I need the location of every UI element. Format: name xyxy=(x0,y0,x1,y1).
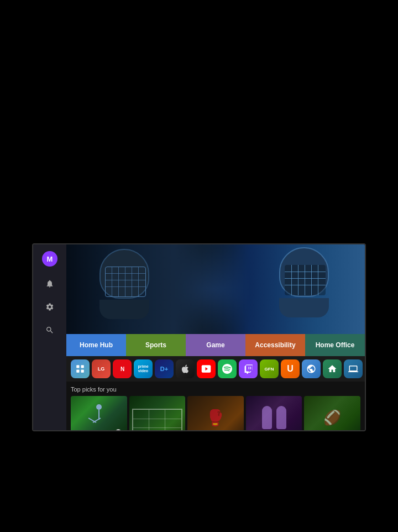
pick-item-boxing[interactable]: 🥊 xyxy=(187,396,244,431)
tab-home-hub[interactable]: Home Hub xyxy=(66,334,126,356)
tab-game[interactable]: Game xyxy=(186,334,245,356)
geforce-now-icon[interactable]: GFN xyxy=(260,359,279,378)
lg-channels-icon[interactable]: LG xyxy=(92,359,111,378)
tab-accessibility[interactable]: Accessibility xyxy=(245,334,305,356)
svg-rect-2 xyxy=(76,370,79,373)
tabs-bar: Home Hub Sports Game Accessibility Home … xyxy=(66,334,365,356)
apps-icon[interactable] xyxy=(71,359,90,378)
utube-icon[interactable]: U xyxy=(281,359,300,378)
body-background: M Home Hub Sports Game Accessib xyxy=(0,0,398,532)
picks-row: 🥊 🏈 xyxy=(71,396,360,431)
pick-item-boxing-ring[interactable] xyxy=(246,396,302,431)
svg-rect-0 xyxy=(76,365,79,368)
top-picks-label: Top picks for you xyxy=(71,386,360,393)
screen-share-icon[interactable] xyxy=(344,359,363,378)
tv-frame: M Home Hub Sports Game Accessib xyxy=(32,243,366,431)
youtube-icon[interactable] xyxy=(197,359,216,378)
svg-rect-3 xyxy=(81,370,84,373)
apple-tv-icon[interactable] xyxy=(176,359,195,378)
tab-sports[interactable]: Sports xyxy=(126,334,186,356)
prime-video-icon[interactable]: primevideo xyxy=(134,359,153,378)
sidebar: M xyxy=(33,244,66,430)
hero-image xyxy=(66,244,365,334)
search-icon[interactable] xyxy=(44,324,56,336)
smart-home-icon[interactable] xyxy=(323,359,342,378)
pick-item-football[interactable]: 🏈 xyxy=(304,396,360,431)
pick-item-soccer-kick[interactable] xyxy=(71,396,127,431)
apps-row: LG N primevideo D+ GFN xyxy=(66,356,365,382)
twitch-icon[interactable] xyxy=(239,359,258,378)
web-browser-icon[interactable] xyxy=(302,359,321,378)
avatar[interactable]: M xyxy=(42,251,57,267)
tab-home-office[interactable]: Home Office xyxy=(305,334,365,356)
settings-icon[interactable] xyxy=(44,301,56,313)
pick-item-soccer-goal[interactable] xyxy=(129,396,186,431)
netflix-icon[interactable]: N xyxy=(113,359,132,378)
bell-icon[interactable] xyxy=(44,278,56,290)
spotify-icon[interactable] xyxy=(218,359,237,378)
disney-plus-icon[interactable]: D+ xyxy=(155,359,174,378)
top-picks-section: Top picks for you xyxy=(66,382,365,430)
svg-rect-1 xyxy=(81,365,84,368)
